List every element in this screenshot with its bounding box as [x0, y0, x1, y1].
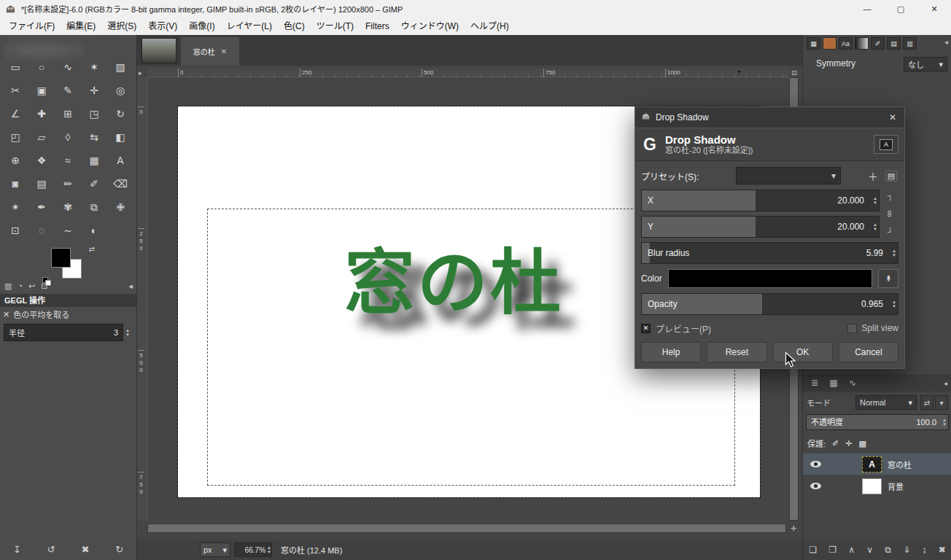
mypaint-brushes-icon[interactable]: ✐	[871, 37, 885, 50]
device-status-icon[interactable]: ◔	[18, 281, 23, 291]
patterns-icon[interactable]	[823, 37, 837, 50]
foreground-select-tool-icon[interactable]: ▣	[28, 79, 55, 102]
foreground-color-swatch[interactable]	[51, 248, 71, 268]
lock-pixels-icon[interactable]: ✐	[832, 439, 839, 448]
horizontal-scrollbar[interactable]	[147, 524, 786, 533]
navigation-icon[interactable]: ✛	[788, 523, 799, 534]
merge-down-icon[interactable]: ⇓	[903, 545, 910, 555]
cage-transform-tool-icon[interactable]: ▦	[81, 149, 107, 172]
menu-item[interactable]: ウィンドウ(W)	[395, 18, 465, 35]
blur-spinner-arrows[interactable]: ▲▼	[892, 243, 896, 263]
menu-item[interactable]: Filters	[360, 18, 395, 35]
restore-tool-preset-icon[interactable]: ↺	[47, 544, 55, 555]
shear-tool-icon[interactable]: ▱	[28, 125, 55, 149]
tool-options-icon[interactable]: ▥	[4, 281, 12, 291]
maximize-button[interactable]: ▢	[884, 0, 917, 18]
heal-tool-icon[interactable]: ✙	[107, 195, 133, 219]
help-button[interactable]: Help	[641, 342, 701, 362]
pointer-icon[interactable]: ⊡	[41, 281, 47, 291]
visibility-eye-icon[interactable]	[810, 483, 821, 489]
menu-item[interactable]: ファイル(F)	[3, 18, 61, 35]
vertical-ruler[interactable]: 0250500750	[137, 77, 147, 521]
scissors-select-tool-icon[interactable]: ✂	[2, 79, 28, 102]
color-dropper-button[interactable]: ✒	[878, 269, 898, 288]
tool-presets-icon[interactable]: ▤	[887, 37, 901, 50]
tab-close-icon[interactable]: ✕	[221, 47, 227, 55]
close-button[interactable]: ✕	[917, 0, 951, 18]
zoom-tool-icon[interactable]: ◎	[107, 79, 133, 102]
rect-select-tool-icon[interactable]: ▭	[2, 55, 28, 79]
anchor-layer-icon[interactable]: ↨	[922, 545, 926, 555]
measure-tool-icon[interactable]: ∠	[2, 102, 28, 125]
menu-item[interactable]: 画像(I)	[183, 18, 220, 35]
channels-tab-icon[interactable]: ▦	[825, 376, 842, 390]
image-tab-active[interactable]: 窓の杜 ✕	[181, 37, 239, 66]
blur-sharpen-tool-icon[interactable]: ◌	[28, 219, 55, 242]
visibility-eye-icon[interactable]	[810, 461, 821, 467]
bucket-fill-tool-icon[interactable]: ◙	[2, 172, 28, 195]
preview-checkbox[interactable]: ✕	[641, 324, 651, 333]
undo-history-icon[interactable]: ↩	[28, 281, 35, 291]
opacity-slider[interactable]: Opacity 0.965 ▲▼	[641, 293, 898, 315]
mypaint-brush-tool-icon[interactable]: ✾	[55, 195, 81, 219]
switch-mode-group-icon[interactable]: ⇄	[920, 395, 933, 410]
lower-layer-icon[interactable]: ∨	[866, 545, 873, 555]
x-slider[interactable]: X 20.000 ▲▼	[641, 190, 880, 211]
ink-tool-icon[interactable]: ✒	[28, 195, 55, 219]
horizontal-ruler[interactable]: 02505007501000	[147, 69, 789, 77]
menu-item[interactable]: ツール(T)	[311, 18, 360, 35]
move-tool-icon[interactable]: ✚	[28, 102, 55, 125]
fonts-icon[interactable]: Aa	[839, 37, 853, 50]
scale-tool-icon[interactable]: ◰	[2, 125, 28, 149]
palettes-icon[interactable]: ▥	[903, 37, 917, 50]
eraser-tool-icon[interactable]: ⌫	[107, 172, 133, 195]
text-tool-icon[interactable]: A	[107, 149, 133, 172]
minimize-button[interactable]: —	[850, 0, 884, 18]
align-tool-icon[interactable]: ⊞	[55, 102, 81, 125]
save-tool-preset-icon[interactable]: ↧	[13, 544, 21, 555]
clone-tool-icon[interactable]: ⧉	[81, 195, 107, 219]
layer-name[interactable]: 背景	[888, 481, 904, 492]
paths-tool-icon[interactable]: ✎	[55, 79, 81, 102]
symmetry-select[interactable]: なし ▾	[904, 57, 947, 71]
ok-button[interactable]: OK	[773, 342, 833, 362]
duplicate-layer-icon[interactable]: ⧉	[885, 545, 891, 555]
layers-tab-icon[interactable]: ≣	[806, 376, 823, 390]
swap-colors-icon[interactable]: ⇄	[89, 245, 95, 253]
layer-name[interactable]: 窓の杜	[888, 459, 912, 470]
free-select-tool-icon[interactable]: ∿	[55, 55, 81, 79]
layer-opacity-slider[interactable]: 不透明度 100.0 ▲▼	[806, 414, 949, 430]
add-preset-icon[interactable]: ＋	[868, 168, 878, 183]
unit-select[interactable]: px ▾	[200, 542, 230, 557]
menu-item[interactable]: 色(C)	[278, 18, 311, 35]
y-slider[interactable]: Y 20.000 ▲▼	[641, 216, 880, 238]
fuzzy-select-tool-icon[interactable]: ✶	[81, 55, 107, 79]
mode-menu-icon[interactable]: ▾	[935, 395, 948, 410]
panel-corner-icon[interactable]: ◂	[128, 281, 133, 291]
new-layer-icon[interactable]: ❏	[809, 545, 817, 555]
pencil-tool-icon[interactable]: ✏	[55, 172, 81, 195]
radius-spinbox[interactable]: 半径 3	[4, 324, 123, 341]
cancel-button[interactable]: Cancel	[839, 342, 898, 362]
image-tab-thumbnail[interactable]	[141, 38, 176, 63]
new-layer-group-icon[interactable]: ❐	[828, 545, 837, 555]
dialog-close-icon[interactable]: ✕	[881, 107, 904, 128]
ruler-corner-icon[interactable]: ▸	[139, 69, 147, 77]
layer-thumbnail[interactable]	[862, 478, 882, 494]
zoom-follow-window-icon[interactable]: ⊡	[790, 69, 799, 77]
panel-menu-icon[interactable]: ◂	[944, 379, 947, 387]
raise-layer-icon[interactable]: ∧	[848, 545, 855, 555]
opacity-spinner-arrows[interactable]: ▲▼	[892, 294, 896, 314]
delete-tool-preset-icon[interactable]: ✖	[81, 544, 89, 555]
lock-alpha-icon[interactable]: ▩	[859, 439, 866, 448]
zoom-spinbox[interactable]: 66.7% ▲▼	[234, 542, 272, 557]
flip-tool-icon[interactable]: ⇆	[81, 125, 107, 149]
layer-mode-select[interactable]: Normal ▾	[855, 395, 917, 410]
paintbrush-tool-icon[interactable]: ✐	[81, 172, 107, 195]
menu-item[interactable]: 表示(V)	[142, 18, 183, 35]
crop-tool-icon[interactable]: ◳	[81, 102, 107, 125]
smudge-tool-icon[interactable]: ∼	[55, 219, 81, 242]
layer-row-text[interactable]: A 窓の杜	[803, 454, 951, 475]
operation-settings-button[interactable]: A	[874, 135, 898, 154]
shadow-color-swatch[interactable]	[668, 269, 872, 288]
